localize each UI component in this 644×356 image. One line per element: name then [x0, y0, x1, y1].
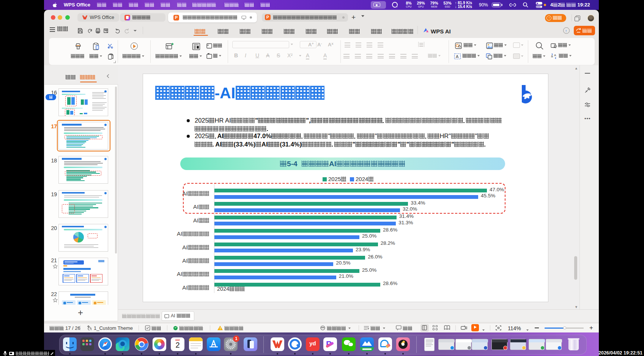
svg-text:a: a — [551, 54, 553, 58]
svg-text:A: A — [456, 54, 459, 59]
svg-text:A: A — [554, 54, 556, 57]
